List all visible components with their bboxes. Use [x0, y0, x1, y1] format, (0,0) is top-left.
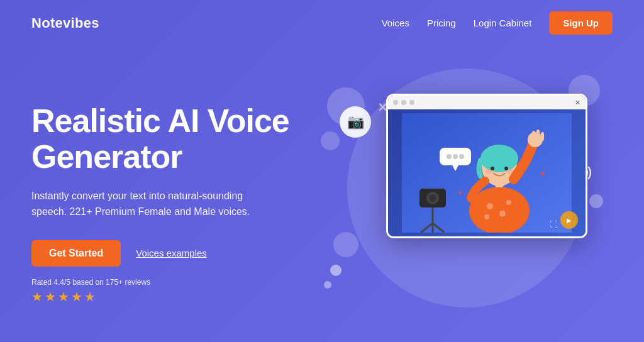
- svg-point-3: [499, 211, 506, 217]
- rating-text: Rated 4.4/5 based on 175+ reviews: [31, 278, 321, 287]
- camera-icon: 📷: [347, 114, 364, 130]
- hero-subheadline: Instantly convert your text into natural…: [31, 188, 270, 220]
- signup-button[interactable]: Sign Up: [549, 11, 613, 35]
- star-3: ★: [58, 289, 69, 304]
- star-rating: ★ ★ ★ ★ ★: [31, 289, 321, 304]
- camera-float-icon: 📷: [340, 106, 371, 138]
- svg-point-11: [485, 169, 492, 174]
- svg-point-23: [453, 154, 458, 159]
- hero-headline: Realistic AI Voice Generator: [31, 103, 321, 175]
- headline-line1: Realistic AI Voice: [31, 102, 289, 139]
- nav-login[interactable]: Login Cabinet: [474, 18, 532, 28]
- svg-text:♥: ♥: [540, 169, 545, 178]
- win-dot-3: [409, 100, 414, 105]
- star-2: ★: [45, 289, 56, 304]
- nav: Voices Pricing Login Cabinet Sign Up: [382, 11, 613, 35]
- svg-point-22: [447, 154, 452, 159]
- hero-left: Realistic AI Voice Generator Instantly c…: [31, 97, 321, 304]
- nav-pricing[interactable]: Pricing: [427, 18, 456, 28]
- svg-point-4: [506, 200, 511, 205]
- svg-point-27: [429, 194, 436, 202]
- logo: Notevibes: [31, 15, 99, 31]
- close-icon[interactable]: ✕: [575, 99, 580, 107]
- svg-point-5: [484, 214, 489, 219]
- rating-row: Rated 4.4/5 based on 175+ reviews ★ ★ ★ …: [31, 278, 321, 304]
- star-5-half: ★: [84, 289, 96, 304]
- cta-row: Get Started Voices examples: [31, 240, 321, 267]
- win-dot-2: [401, 100, 406, 105]
- video-window: ✕: [386, 94, 587, 238]
- header: Notevibes Voices Pricing Login Cabinet S…: [0, 0, 644, 46]
- hero-illustration: 📷 ✕: [321, 69, 613, 333]
- nav-voices[interactable]: Voices: [382, 18, 409, 28]
- play-button-icon[interactable]: ▶: [560, 211, 578, 229]
- float-dot-1: [330, 265, 341, 276]
- svg-point-1: [469, 187, 530, 233]
- star-1: ★: [31, 289, 43, 304]
- window-title-bar: ✕: [388, 96, 586, 109]
- fullscreen-icon[interactable]: ⛶: [550, 220, 557, 229]
- svg-point-2: [487, 203, 493, 209]
- page: Notevibes Voices Pricing Login Cabinet S…: [0, 0, 644, 342]
- voices-examples-link[interactable]: Voices examples: [136, 248, 207, 258]
- svg-rect-15: [536, 130, 540, 141]
- bg-circle-small-left: [321, 131, 340, 150]
- headline-line2: Generator: [31, 138, 182, 175]
- float-dot-3: [589, 194, 603, 208]
- win-dot-1: [393, 100, 398, 105]
- star-4: ★: [71, 289, 82, 304]
- svg-point-24: [459, 154, 464, 159]
- svg-rect-14: [532, 131, 535, 141]
- svg-text:♥: ♥: [458, 189, 462, 196]
- character-illustration: ♥ ♥ ♥: [402, 113, 572, 233]
- float-dot-2: [324, 281, 331, 289]
- svg-rect-16: [541, 132, 544, 141]
- get-started-button[interactable]: Get Started: [31, 240, 121, 267]
- bg-circle-small-bl: [333, 232, 358, 257]
- main-content: Realistic AI Voice Generator Instantly c…: [0, 46, 644, 342]
- video-content: ♥ ♥ ♥: [388, 109, 586, 236]
